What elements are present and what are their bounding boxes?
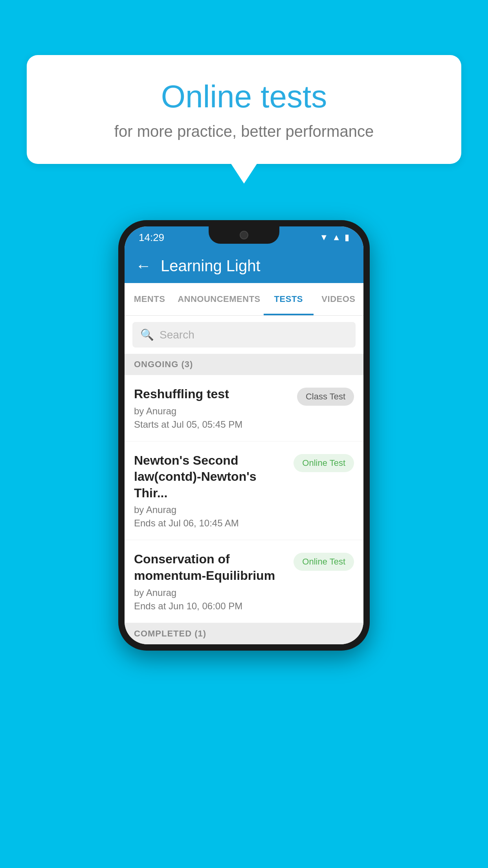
phone-outer: 14:29 ▼ ▲ ▮ ← Learning Light MENTS ANNOU…: [118, 220, 370, 651]
test-title-2: Newton's Second law(contd)-Newton's Thir…: [134, 452, 287, 502]
app-title: Learning Light: [161, 257, 261, 275]
phone-mockup: 14:29 ▼ ▲ ▮ ← Learning Light MENTS ANNOU…: [118, 220, 370, 651]
ongoing-section-label: ONGOING (3): [125, 354, 363, 375]
status-time: 14:29: [139, 232, 164, 244]
test-item-1[interactable]: Reshuffling test by Anurag Starts at Jul…: [125, 375, 363, 441]
search-bar[interactable]: 🔍 Search: [132, 322, 356, 348]
search-placeholder: Search: [160, 329, 194, 341]
phone-screen: 14:29 ▼ ▲ ▮ ← Learning Light MENTS ANNOU…: [125, 226, 363, 644]
test-title-3: Conservation of momentum-Equilibrium: [134, 551, 287, 584]
back-button[interactable]: ←: [136, 258, 151, 274]
test-date-1: Starts at Jul 05, 05:45 PM: [134, 419, 291, 430]
status-icons: ▼ ▲ ▮: [319, 232, 349, 243]
tabs-container: MENTS ANNOUNCEMENTS TESTS VIDEOS: [125, 283, 363, 316]
test-date-3: Ends at Jun 10, 06:00 PM: [134, 601, 287, 612]
test-item-3[interactable]: Conservation of momentum-Equilibrium by …: [125, 540, 363, 623]
test-badge-3: Online Test: [294, 553, 354, 571]
battery-icon: ▮: [345, 232, 349, 243]
test-date-2: Ends at Jul 06, 10:45 AM: [134, 518, 287, 529]
tab-videos[interactable]: VIDEOS: [314, 283, 363, 315]
test-item-2[interactable]: Newton's Second law(contd)-Newton's Thir…: [125, 441, 363, 541]
search-container: 🔍 Search: [125, 316, 363, 354]
test-info-1: Reshuffling test by Anurag Starts at Jul…: [134, 386, 291, 430]
tab-announcements[interactable]: ANNOUNCEMENTS: [174, 283, 264, 315]
app-header: ← Learning Light: [125, 248, 363, 283]
wifi-icon: ▼: [319, 232, 328, 243]
test-author-1: by Anurag: [134, 406, 291, 417]
test-badge-2: Online Test: [294, 454, 354, 472]
signal-icon: ▲: [332, 232, 341, 243]
bubble-title: Online tests: [58, 79, 430, 115]
test-author-3: by Anurag: [134, 587, 287, 598]
test-badge-1: Class Test: [297, 388, 354, 406]
phone-notch: [209, 226, 279, 244]
speech-bubble-section: Online tests for more practice, better p…: [27, 55, 461, 164]
bubble-subtitle: for more practice, better performance: [58, 123, 430, 140]
test-info-3: Conservation of momentum-Equilibrium by …: [134, 551, 287, 611]
test-info-2: Newton's Second law(contd)-Newton's Thir…: [134, 452, 287, 529]
camera: [240, 231, 248, 239]
completed-section-label: COMPLETED (1): [125, 623, 363, 644]
tab-ments[interactable]: MENTS: [125, 283, 174, 315]
test-author-2: by Anurag: [134, 504, 287, 515]
test-list: Reshuffling test by Anurag Starts at Jul…: [125, 375, 363, 623]
tab-tests[interactable]: TESTS: [264, 283, 314, 315]
speech-bubble: Online tests for more practice, better p…: [27, 55, 461, 164]
search-icon: 🔍: [140, 328, 154, 341]
test-title-1: Reshuffling test: [134, 386, 291, 403]
